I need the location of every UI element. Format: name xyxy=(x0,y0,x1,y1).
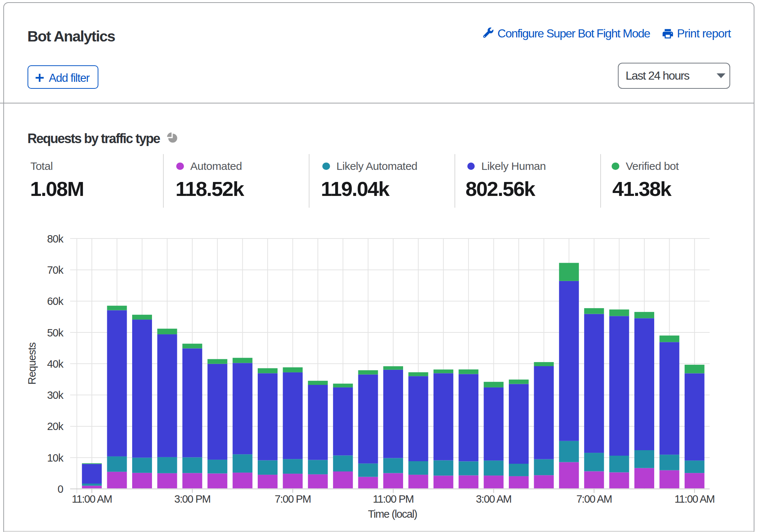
svg-text:Time (local): Time (local) xyxy=(368,508,417,520)
svg-text:11:00 AM: 11:00 AM xyxy=(72,493,112,505)
svg-text:80k: 80k xyxy=(47,233,64,245)
svg-text:7:00 PM: 7:00 PM xyxy=(275,493,311,505)
svg-text:20k: 20k xyxy=(47,420,64,432)
svg-text:40k: 40k xyxy=(47,358,64,370)
svg-text:70k: 70k xyxy=(47,264,64,276)
svg-text:50k: 50k xyxy=(47,327,64,339)
svg-text:7:00 AM: 7:00 AM xyxy=(576,493,612,505)
svg-text:Requests: Requests xyxy=(26,342,38,385)
svg-text:60k: 60k xyxy=(47,295,64,307)
svg-text:0: 0 xyxy=(58,483,63,495)
svg-text:30k: 30k xyxy=(47,389,64,401)
svg-text:11:00 PM: 11:00 PM xyxy=(373,493,414,505)
svg-text:3:00 PM: 3:00 PM xyxy=(174,493,210,505)
svg-text:3:00 AM: 3:00 AM xyxy=(476,493,511,505)
svg-text:11:00 AM: 11:00 AM xyxy=(674,493,714,505)
svg-text:10k: 10k xyxy=(47,452,64,464)
